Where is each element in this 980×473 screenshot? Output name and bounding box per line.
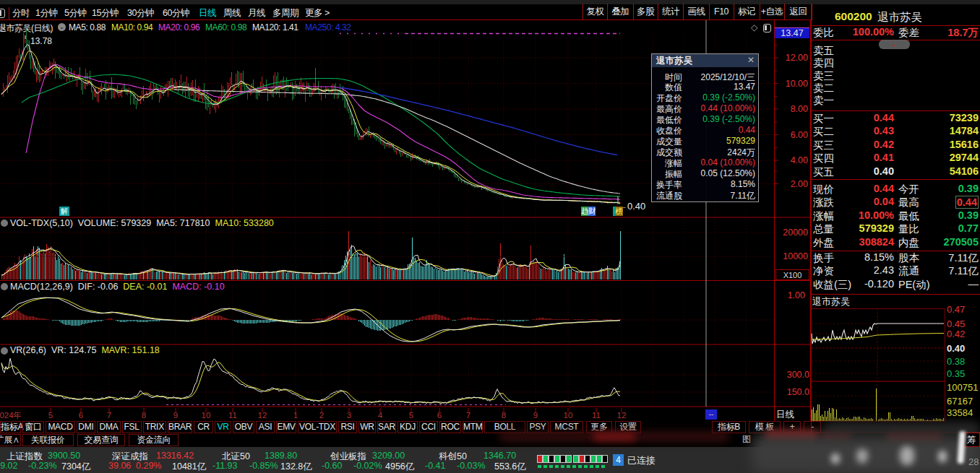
svg-text:8: 8 <box>502 411 506 420</box>
svg-text:12: 12 <box>617 411 627 420</box>
svg-text:4: 4 <box>378 411 383 420</box>
svg-text:3: 3 <box>347 411 351 420</box>
svg-text:11: 11 <box>592 411 601 420</box>
svg-text:13.78: 13.78 <box>30 36 52 46</box>
svg-text:11: 11 <box>228 411 237 420</box>
svg-text:6.00: 6.00 <box>791 130 808 140</box>
svg-text:5: 5 <box>48 411 53 420</box>
svg-text:12: 12 <box>258 411 267 420</box>
svg-text:6: 6 <box>79 411 83 420</box>
svg-text:20000: 20000 <box>783 227 808 238</box>
svg-text:4.00: 4.00 <box>791 155 808 165</box>
svg-text:10: 10 <box>564 411 573 420</box>
svg-text:8: 8 <box>142 411 146 420</box>
svg-text:8.00: 8.00 <box>791 104 808 114</box>
svg-text:300.0: 300.0 <box>787 370 809 380</box>
svg-text:2.00: 2.00 <box>791 179 808 189</box>
svg-text:5: 5 <box>409 411 413 420</box>
svg-text:7: 7 <box>466 411 470 420</box>
svg-text:10000: 10000 <box>783 251 808 261</box>
svg-text:6: 6 <box>437 411 442 420</box>
svg-text:10: 10 <box>202 411 211 420</box>
svg-text:7: 7 <box>107 411 111 420</box>
svg-text:12.00: 12.00 <box>786 53 808 63</box>
svg-text:150.0: 150.0 <box>787 387 809 397</box>
svg-text:2024年: 2024年 <box>0 411 22 420</box>
svg-text:10.00: 10.00 <box>786 79 808 89</box>
svg-text:9: 9 <box>173 411 178 420</box>
svg-text:1.00: 1.00 <box>788 290 805 300</box>
svg-text:2: 2 <box>319 411 324 420</box>
svg-text:9: 9 <box>533 411 538 420</box>
svg-text:1: 1 <box>293 411 298 420</box>
